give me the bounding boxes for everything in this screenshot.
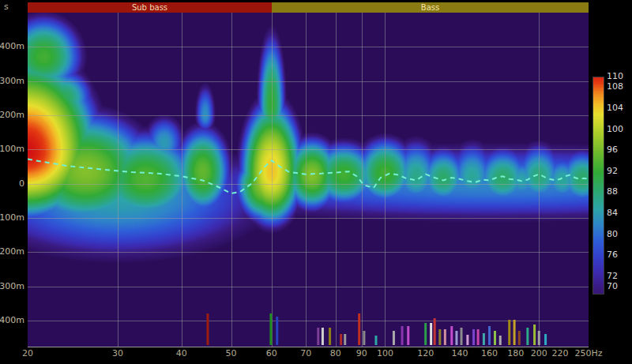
x-tick-label: 220: [552, 348, 569, 358]
y-tick-label: 400m: [0, 41, 24, 51]
colorbar-tick-label: 96: [607, 144, 618, 155]
x-tick-label: 90: [356, 348, 367, 358]
colorbar-tick-label: 72: [607, 271, 618, 281]
colorbar-gradient[interactable]: [592, 77, 604, 295]
x-tick-label: 70: [300, 348, 311, 358]
x-tick-label: 60: [266, 348, 277, 358]
colorbar-tick-label: 70: [607, 281, 618, 291]
x-tick-label: 200: [531, 348, 547, 358]
colorbar-tick-label: 76: [607, 250, 618, 260]
frequency-band-bar: Sub bass Bass: [28, 2, 589, 13]
x-tick-label: 20: [22, 348, 33, 358]
x-tick-label: 40: [176, 348, 187, 358]
band-sub-bass-label: Sub bass: [132, 2, 167, 13]
x-tick-label: 50: [226, 348, 237, 358]
colorbar-tick-label: 88: [607, 186, 618, 197]
x-tick-label: 250Hz: [574, 348, 602, 358]
x-tick-label: 160: [481, 348, 498, 358]
y-tick-label: 100m: [0, 144, 24, 154]
colorbar-tick-label: 100: [607, 124, 623, 134]
x-tick-label: 100: [377, 348, 393, 358]
colorbar-labels: 1101081041009692888480767270: [607, 0, 632, 364]
spectrogram-app: s Sub bass Bass 400m300m200m100m0-100m-2…: [0, 0, 632, 364]
x-axis: 2030405060708090100120140160180200220250…: [28, 348, 604, 361]
colorbar-tick-label: 108: [607, 81, 623, 92]
x-tick-label: 80: [330, 348, 341, 358]
colorbar-tick-label: 80: [607, 229, 618, 239]
spectrogram-canvas[interactable]: [28, 13, 589, 347]
y-axis-unit: s: [4, 2, 9, 12]
band-bass-label: Bass: [421, 2, 439, 13]
y-tick-label: -200m: [0, 246, 24, 257]
colorbar-tick-label: 84: [607, 208, 618, 218]
band-sub-bass: Sub bass: [28, 2, 272, 13]
y-tick-label: 200m: [0, 110, 24, 120]
y-tick-label: 300m: [0, 76, 24, 86]
y-tick-label: -300m: [0, 281, 24, 291]
colorbar-tick-label: 92: [607, 166, 618, 176]
colorbar-tick-label: 104: [607, 103, 623, 113]
x-tick-label: 140: [452, 348, 468, 358]
band-bass: Bass: [272, 2, 589, 13]
y-axis: 400m300m200m100m0-100m-200m-300m-400m: [0, 13, 24, 347]
x-tick-label: 180: [507, 348, 524, 358]
x-tick-label: 120: [417, 348, 434, 358]
y-tick-label: 0: [19, 178, 24, 189]
y-tick-label: -100m: [0, 212, 24, 223]
x-tick-label: 30: [112, 348, 123, 358]
colorbar-tick-label: 110: [607, 71, 623, 81]
y-tick-label: -400m: [0, 315, 24, 325]
